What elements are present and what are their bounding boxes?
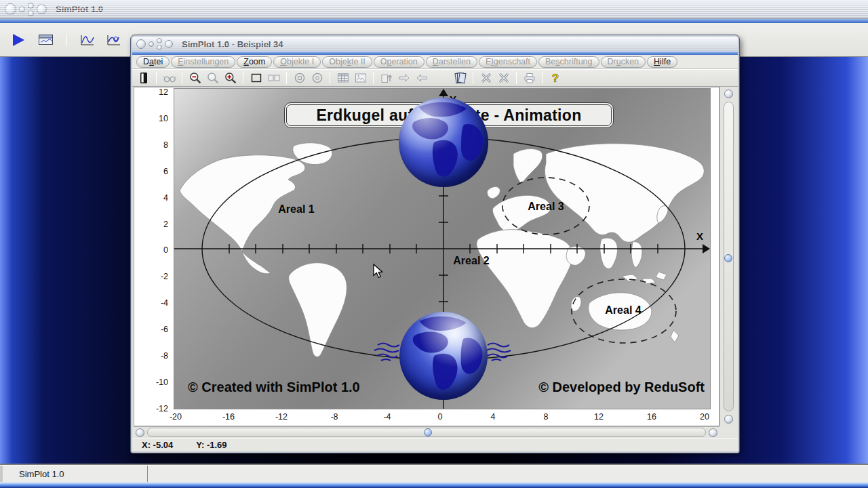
toolbar-separator: [373, 72, 374, 84]
menu-item[interactable]: Objekte II: [322, 56, 372, 68]
x-tick-label: 12: [589, 412, 609, 423]
document-titlebar[interactable]: SimPlot 1.0 - Beispiel 34: [132, 37, 738, 52]
toolbar-separator: [286, 72, 287, 84]
toolbar-separator: [516, 72, 517, 84]
scroll-down-icon[interactable]: [724, 415, 733, 424]
plot-window-icon[interactable]: [38, 32, 54, 48]
panel-icon[interactable]: [136, 71, 151, 85]
areal2-label: Areal 2: [453, 255, 489, 266]
y-tick-label: -8: [137, 351, 168, 361]
y-tick-label: 10: [137, 114, 168, 123]
circled-shape-icon[interactable]: [292, 71, 307, 85]
areal1-label: Areal 1: [278, 203, 314, 215]
doc-toolbar: ?: [132, 69, 738, 87]
x-tick-label: -16: [218, 412, 239, 423]
y-tick-label: -12: [137, 404, 168, 413]
y-tick-label: 4: [137, 193, 168, 203]
toolbar-separator: [243, 72, 243, 84]
y-tick-label: 6: [137, 167, 168, 176]
delete-all-icon[interactable]: [496, 71, 511, 85]
toolbar-separator: [156, 72, 157, 84]
y-tick-label: -6: [137, 325, 168, 334]
dual-rect-icon[interactable]: [267, 71, 281, 85]
titlebar-texture: [132, 37, 738, 52]
plot-panel: 121086420-2-4-6-8-10-12 -20-16-12-8-4048…: [134, 87, 719, 426]
y-tick-label: -4: [137, 298, 168, 308]
menu-item[interactable]: Zoom: [237, 56, 272, 68]
hscroll-grip-icon[interactable]: [424, 428, 432, 436]
toolbar-separator: [182, 72, 182, 84]
rect-select-icon[interactable]: [249, 71, 263, 85]
play-icon[interactable]: [10, 32, 26, 48]
table-icon[interactable]: [336, 71, 350, 85]
vertical-scrollbar[interactable]: [719, 87, 738, 426]
x-tick-label: 16: [642, 412, 662, 423]
toolbar-separator: [66, 34, 67, 46]
help-icon[interactable]: ?: [548, 71, 562, 85]
scroll-up-icon[interactable]: [724, 89, 733, 98]
x-axis-label: X: [696, 230, 703, 242]
glasses-icon[interactable]: [162, 71, 176, 85]
taskbar-item-simplot[interactable]: SimPlot 1.0: [0, 466, 148, 483]
globe-highlight: [399, 312, 488, 400]
print-icon[interactable]: [522, 71, 536, 85]
areal4-label: Areal 4: [605, 304, 641, 316]
zoom-in-icon[interactable]: [223, 71, 237, 85]
menu-item[interactable]: Einstellungen: [171, 56, 235, 68]
svg-text:?: ?: [551, 72, 558, 85]
taskbar-item-label: SimPlot 1.0: [19, 469, 64, 479]
arrow-left-icon[interactable]: [414, 71, 429, 85]
plot-canvas[interactable]: X Y Areal 1 Areal 2 Areal 3 Areal 4 © Cr…: [174, 89, 710, 409]
arrow-right-icon[interactable]: [397, 71, 411, 85]
x-tick-label: -8: [324, 412, 344, 423]
toolbar-separator: [473, 72, 473, 84]
zoom-out-icon[interactable]: [188, 71, 202, 85]
toolbar-separator: [542, 72, 542, 84]
y-tick-label: 2: [137, 220, 168, 229]
circled-dot-icon[interactable]: [310, 71, 324, 85]
menu-item[interactable]: Drucken: [601, 56, 646, 68]
menu-item[interactable]: Hilfe: [647, 56, 677, 68]
scroll-right-icon[interactable]: [709, 428, 717, 437]
menu-item[interactable]: Darstellen: [426, 56, 477, 68]
x-tick-label: -12: [271, 412, 292, 423]
export-icon[interactable]: [379, 71, 393, 85]
menu-item[interactable]: Datei: [136, 56, 170, 68]
areal3-label: Areal 3: [528, 201, 564, 212]
copy-stack-icon[interactable]: [453, 71, 467, 85]
vscroll-grip-icon[interactable]: [724, 254, 732, 262]
x-tick-label: -4: [377, 412, 397, 423]
menu-item[interactable]: Beschriftung: [538, 56, 599, 68]
doc-menubar: Datei Einstellungen Zoom Objekte I Objek…: [132, 55, 738, 69]
bottom-accent-stripe: [0, 482, 868, 488]
menu-item[interactable]: EIgenschaft: [479, 56, 537, 68]
y-tick-label: -10: [137, 378, 168, 387]
x-tick-label: -20: [165, 412, 186, 423]
document-window: SimPlot 1.0 - Beispiel 34 Datei Einstell…: [131, 35, 739, 453]
y-axis-tick-labels: 121086420-2-4-6-8-10-12: [137, 87, 168, 413]
x-axis-tick-labels: -20-16-12-8-4048121620: [165, 412, 715, 423]
menu-item[interactable]: Operation: [374, 56, 425, 68]
earth-globe-bottom: [399, 312, 488, 400]
doc-statusbar: X: -5.04 Y: -1.69: [132, 438, 738, 451]
cursor-x-readout: X: -5.04: [142, 440, 173, 450]
menu-item[interactable]: Objekte I: [273, 56, 321, 68]
delete-icon[interactable]: [479, 71, 493, 85]
mouse-cursor-icon: [372, 264, 384, 280]
curve-plot-icon[interactable]: [79, 32, 96, 48]
curve-loop-icon[interactable]: [106, 32, 122, 48]
picture-icon[interactable]: [353, 71, 368, 85]
x-tick-label: 0: [430, 412, 450, 423]
x-tick-label: 20: [694, 412, 715, 423]
scroll-left-icon[interactable]: [136, 428, 144, 437]
app-titlebar[interactable]: SimPlot 1.0: [0, 0, 868, 19]
x-tick-label: 4: [483, 412, 503, 423]
globe-highlight: [399, 98, 488, 187]
credit-left: © Created with SimPlot 1.0: [188, 380, 360, 394]
taskbar: SimPlot 1.0: [0, 465, 868, 482]
y-tick-label: 12: [137, 87, 168, 97]
magnifier-icon[interactable]: [205, 71, 220, 85]
titlebar-texture: [0, 0, 868, 18]
horizontal-scrollbar[interactable]: [134, 426, 719, 438]
y-tick-label: 0: [137, 245, 168, 255]
